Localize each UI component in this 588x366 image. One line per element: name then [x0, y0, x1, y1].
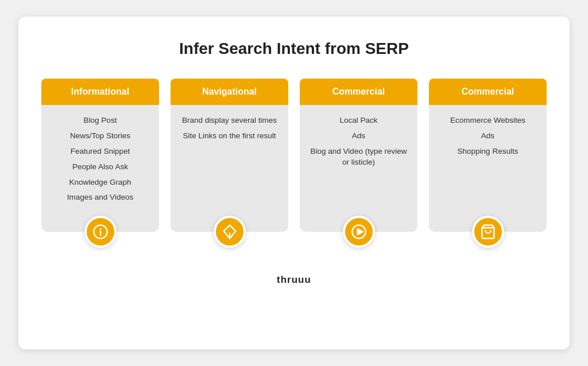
list-item: Ecommerce Websites	[450, 115, 525, 126]
list-item: Ads	[352, 131, 365, 142]
card-header-commercial2: Commercial	[429, 79, 547, 105]
card-header-navigational: Navigational	[171, 79, 288, 105]
list-item: Shopping Results	[458, 146, 519, 157]
list-item: News/Top Stories	[70, 131, 130, 142]
list-item: Knowledge Graph	[69, 177, 131, 188]
card-icon-commercial1	[343, 216, 375, 248]
card-body-commercial2: Ecommerce Websites Ads Shopping Results	[429, 105, 547, 203]
navigation-icon	[222, 224, 238, 240]
list-item: Brand display several times	[182, 115, 277, 126]
list-item: Blog and Video (type review or listicle)	[307, 146, 411, 168]
navigation-icon-circle	[214, 216, 246, 248]
card-informational: Informational Blog Post News/Top Stories…	[41, 79, 159, 232]
card-header-text: Informational	[71, 87, 129, 96]
cart-icon	[480, 224, 496, 240]
list-item: Images and Videos	[67, 192, 133, 203]
card-body-informational: Blog Post News/Top Stories Featured Snip…	[41, 105, 159, 203]
cart-icon-circle	[472, 216, 504, 248]
info-icon-circle	[84, 216, 117, 248]
card-commercial-investigation: Commercial Local Pack Ads Blog and Video…	[300, 79, 417, 232]
info-icon	[92, 224, 109, 240]
list-item: Featured Snippet	[71, 146, 130, 157]
play-icon	[351, 224, 367, 240]
list-item: Local Pack	[339, 115, 377, 126]
card-navigational: Navigational Brand display several times…	[171, 79, 288, 232]
list-item: Site Links on the first result	[183, 131, 276, 142]
card-body-navigational: Brand display several times Site Links o…	[171, 105, 288, 203]
card-icon-navigational	[214, 216, 246, 248]
brand-footer: thruuu	[277, 274, 311, 286]
card-header-text: Navigational	[202, 87, 257, 96]
slide-container: Infer Search Intent from SERP Informatio…	[18, 17, 570, 349]
list-item: Ads	[481, 131, 494, 142]
play-icon-circle	[343, 216, 375, 248]
card-header-commercial1: Commercial	[300, 79, 417, 105]
card-header-text: Commercial	[462, 87, 514, 96]
card-body-commercial1: Local Pack Ads Blog and Video (type revi…	[300, 105, 417, 203]
cards-row: Informational Blog Post News/Top Stories…	[41, 79, 547, 232]
slide-title: Infer Search Intent from SERP	[179, 40, 409, 58]
list-item: Blog Post	[84, 115, 117, 126]
card-header-text: Commercial	[332, 87, 385, 96]
card-commercial-transactional: Commercial Ecommerce Websites Ads Shoppi…	[429, 79, 547, 232]
svg-marker-6	[357, 229, 362, 235]
card-icon-informational	[84, 216, 117, 248]
card-icon-commercial2	[472, 216, 504, 248]
list-item: People Also Ask	[72, 162, 128, 173]
card-header-informational: Informational	[41, 79, 159, 105]
